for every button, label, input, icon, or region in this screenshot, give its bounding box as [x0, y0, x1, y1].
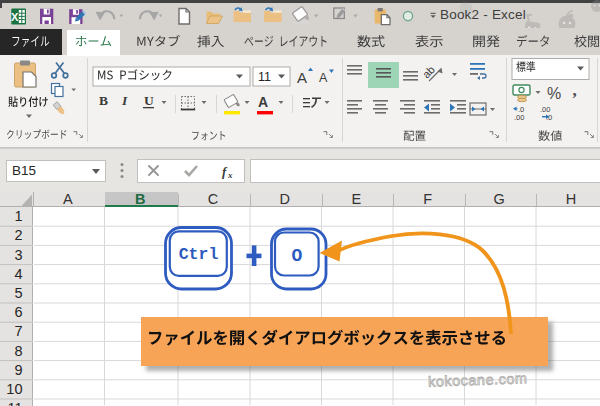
svg-text:x: x	[227, 170, 233, 180]
svg-text:I: I	[121, 93, 128, 108]
svg-text:B: B	[99, 93, 108, 108]
svg-text:A: A	[319, 71, 328, 85]
svg-text:.00: .00	[514, 113, 524, 122]
svg-text:,: ,	[573, 81, 577, 100]
svg-text:X: X	[11, 11, 19, 23]
svg-text:%: %	[547, 85, 561, 102]
svg-text:U: U	[144, 93, 154, 108]
svg-text:Ctrl: Ctrl	[179, 245, 219, 264]
svg-text:A: A	[297, 69, 307, 86]
svg-text:A: A	[258, 94, 268, 110]
svg-text:ab: ab	[420, 63, 437, 80]
